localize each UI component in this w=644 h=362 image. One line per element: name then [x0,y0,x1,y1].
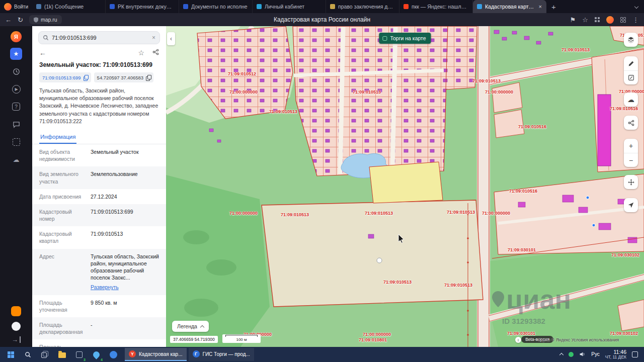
file-explorer-button[interactable] [54,347,69,362]
browser-tab-list: (1k) Сообщение × РК внутренних докумен ×… [32,0,546,13]
search-input[interactable]: 71:09:010513:699 × [38,31,160,44]
info-value: Земельный участок [91,148,159,162]
browser-app-button[interactable] [106,347,121,362]
share-icon[interactable] [152,49,159,56]
panel-collapse-button[interactable]: ‹ [167,32,175,45]
language-indicator[interactable]: Рус [591,351,600,357]
cadastral-number-chip[interactable]: 71:09:010513:699 [39,72,91,82]
tabs-grid-icon[interactable] [620,17,626,23]
taskbar-window-button[interactable]: Y Кадастровая кар... [125,348,187,361]
toolbar-profile-avatar[interactable] [606,16,614,24]
cloud-button[interactable]: ☁ [624,93,638,107]
taskbar-window-button[interactable]: Г ГИС Торги — прод... [189,348,254,361]
history-clock-icon[interactable] [10,65,22,77]
draw-button[interactable] [624,56,638,70]
window-title: Кадастровая кар... [139,351,183,357]
favorite-star-icon[interactable]: ☆ [138,49,144,56]
share-map-button[interactable] [624,116,638,130]
sidebar-expand-icon[interactable]: → [12,336,21,343]
map-app-button[interactable]: 4 [89,347,104,362]
chat-bubble-icon[interactable] [10,118,22,130]
address-bar[interactable]: map.ru [29,15,62,24]
cadastral-map[interactable]: 71:09:010512 71:00:000000 71:09:010513 7… [166,26,644,347]
play-sessions-icon[interactable]: ▶ [10,83,22,95]
browser-side-rail: Я ★ ▶ ? ☁ → [0,26,32,347]
zoom-control: + − [624,139,638,167]
menu-icon[interactable]: ⋮ [632,17,639,23]
bookmark-flag-icon[interactable]: ⚑ [570,17,576,23]
tray-expand-chevron-icon[interactable] [559,353,564,357]
clear-search-icon[interactable]: × [152,34,155,41]
yellow-parcel [369,162,443,203]
expand-link[interactable]: Развернуть [91,284,159,291]
extensions-icon[interactable] [595,17,600,22]
tab-favicon-icon [183,4,188,9]
edit-area-button[interactable] [624,70,638,84]
legend-button[interactable]: Легенда [172,321,209,332]
taskbar: 3 4 Y Кадастровая кар... Г ГИС Торги — п… [0,347,644,362]
browser-tab[interactable]: Документы по исполне × [179,0,253,13]
tab-close-icon[interactable]: × [539,4,542,10]
tab-information[interactable]: Информация [39,130,76,144]
profile-avatar [4,3,12,11]
zoom-out-button[interactable]: − [624,153,638,167]
copy-icon[interactable] [146,75,150,80]
notification-center-icon[interactable] [632,351,638,357]
cloud-sync-icon[interactable]: ☁ [10,153,22,165]
pan-arrows-icon [627,178,635,186]
messenger-icon[interactable] [11,306,21,316]
browser-tab[interactable]: право заключения догов × [326,0,399,13]
taskbar-search-button[interactable] [20,347,35,362]
map-attribution[interactable]: Карты © Яндекс Условия использования [538,337,619,342]
tabbar-right-icons [635,5,641,8]
browser-tab[interactable]: РК внутренних докумен × [106,0,179,13]
favorites-star-icon[interactable]: ☆ [582,17,588,23]
tab-title: Кадастровая карта Ро [485,4,536,10]
location-arrow-icon [627,202,634,209]
copy-icon[interactable] [84,75,88,80]
parcel-description: Тульская область, Заокский район, муници… [39,87,159,125]
map-scale: 100 м [222,334,261,343]
back-icon[interactable]: ← [5,17,12,23]
layers-button[interactable] [624,33,638,47]
volume-icon[interactable] [579,351,586,357]
browser-tab[interactable]: Кадастровая карта Ро × [473,0,546,13]
info-value: Землепользование [91,170,159,185]
info-icon[interactable]: i [515,337,521,343]
start-button[interactable] [3,347,18,362]
search-icon [43,35,49,41]
disk-icon[interactable] [12,322,21,331]
pan-control [624,175,638,189]
browser-tab[interactable]: (1k) Сообщение × [32,0,106,13]
browser-tab[interactable]: Личный кабинет × [253,0,326,13]
browser-tab[interactable]: пкк — Яндекс: нашлось × [399,0,473,13]
new-tab-button[interactable]: + [546,3,561,11]
pinned-app-button[interactable]: 3 [71,347,87,362]
tab-search-chevron-icon[interactable] [634,5,638,9]
pan-button[interactable] [624,175,638,189]
panel-back-icon[interactable]: ← [39,49,46,56]
windows-logo-icon [8,351,14,358]
torgi-on-map-button[interactable]: Торги на карте [379,33,431,44]
task-view-button[interactable] [37,347,52,362]
antivirus-tray-icon[interactable] [569,352,574,357]
screenshot-icon[interactable] [10,136,22,148]
info-label: Кадастровый номер [39,208,86,222]
help-icon[interactable]: ? [10,101,22,113]
zoom-in-button[interactable]: + [624,139,638,153]
yandex-alice-icon[interactable]: Я [11,31,22,42]
info-row: Площадь уточненная 9 850 кв. м [32,295,166,317]
tab-favicon-icon [36,4,41,9]
taskbar-clock[interactable]: 11:46 ЧТ, 11 ДЕК [605,349,626,360]
browser-profile-button[interactable]: Войти [2,0,32,13]
tab-title: РК внутренних докумен [118,4,175,10]
info-value: 71:09:010513 [91,230,159,244]
reload-icon[interactable]: ↻ [18,17,23,23]
coordinates-chip[interactable]: 54.720597 37.406583 [94,72,153,82]
edit-controls [624,56,638,84]
info-row: Площадь декларированная - [32,317,166,339]
app-icon: Г [193,350,200,357]
favorites-panel-icon[interactable]: ★ [10,48,22,60]
locate-me-button[interactable] [624,198,638,212]
info-value: - [91,343,159,347]
